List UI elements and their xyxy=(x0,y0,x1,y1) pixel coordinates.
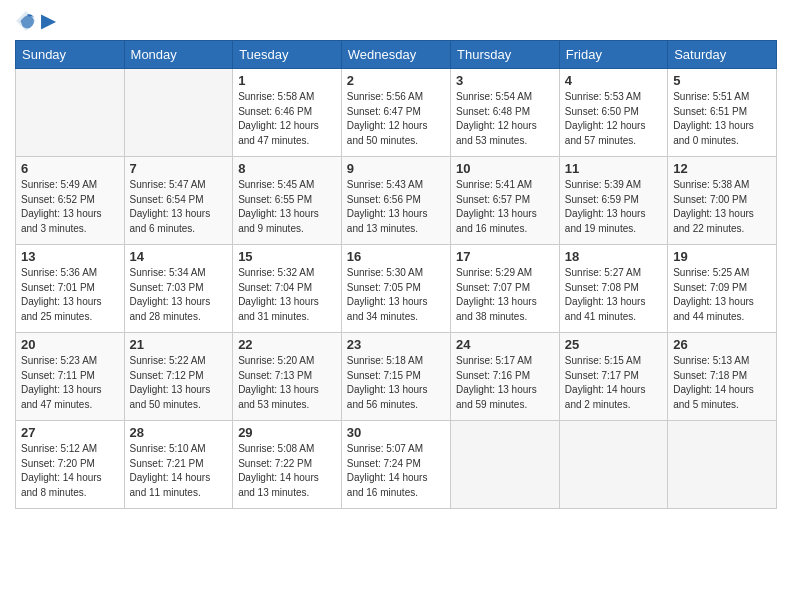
day-cell: 17Sunrise: 5:29 AM Sunset: 7:07 PM Dayli… xyxy=(451,245,560,333)
day-info: Sunrise: 5:13 AM Sunset: 7:18 PM Dayligh… xyxy=(673,354,771,412)
day-info: Sunrise: 5:49 AM Sunset: 6:52 PM Dayligh… xyxy=(21,178,119,236)
day-number: 21 xyxy=(130,337,228,352)
day-cell: 13Sunrise: 5:36 AM Sunset: 7:01 PM Dayli… xyxy=(16,245,125,333)
day-number: 29 xyxy=(238,425,336,440)
day-cell: 1Sunrise: 5:58 AM Sunset: 6:46 PM Daylig… xyxy=(233,69,342,157)
day-info: Sunrise: 5:30 AM Sunset: 7:05 PM Dayligh… xyxy=(347,266,445,324)
day-cell: 10Sunrise: 5:41 AM Sunset: 6:57 PM Dayli… xyxy=(451,157,560,245)
day-cell: 29Sunrise: 5:08 AM Sunset: 7:22 PM Dayli… xyxy=(233,421,342,509)
day-cell xyxy=(124,69,233,157)
day-number: 30 xyxy=(347,425,445,440)
weekday-header-wednesday: Wednesday xyxy=(341,41,450,69)
day-info: Sunrise: 5:45 AM Sunset: 6:55 PM Dayligh… xyxy=(238,178,336,236)
day-info: Sunrise: 5:20 AM Sunset: 7:13 PM Dayligh… xyxy=(238,354,336,412)
day-number: 20 xyxy=(21,337,119,352)
day-cell: 21Sunrise: 5:22 AM Sunset: 7:12 PM Dayli… xyxy=(124,333,233,421)
day-info: Sunrise: 5:41 AM Sunset: 6:57 PM Dayligh… xyxy=(456,178,554,236)
weekday-header-sunday: Sunday xyxy=(16,41,125,69)
day-cell: 22Sunrise: 5:20 AM Sunset: 7:13 PM Dayli… xyxy=(233,333,342,421)
day-cell: 2Sunrise: 5:56 AM Sunset: 6:47 PM Daylig… xyxy=(341,69,450,157)
day-number: 13 xyxy=(21,249,119,264)
weekday-header-row: SundayMondayTuesdayWednesdayThursdayFrid… xyxy=(16,41,777,69)
day-number: 19 xyxy=(673,249,771,264)
day-info: Sunrise: 5:58 AM Sunset: 6:46 PM Dayligh… xyxy=(238,90,336,148)
day-cell: 12Sunrise: 5:38 AM Sunset: 7:00 PM Dayli… xyxy=(668,157,777,245)
day-cell: 8Sunrise: 5:45 AM Sunset: 6:55 PM Daylig… xyxy=(233,157,342,245)
day-info: Sunrise: 5:15 AM Sunset: 7:17 PM Dayligh… xyxy=(565,354,662,412)
day-number: 11 xyxy=(565,161,662,176)
day-number: 2 xyxy=(347,73,445,88)
day-number: 3 xyxy=(456,73,554,88)
day-info: Sunrise: 5:39 AM Sunset: 6:59 PM Dayligh… xyxy=(565,178,662,236)
weekday-header-monday: Monday xyxy=(124,41,233,69)
day-cell: 24Sunrise: 5:17 AM Sunset: 7:16 PM Dayli… xyxy=(451,333,560,421)
day-number: 10 xyxy=(456,161,554,176)
day-cell: 28Sunrise: 5:10 AM Sunset: 7:21 PM Dayli… xyxy=(124,421,233,509)
day-number: 12 xyxy=(673,161,771,176)
day-info: Sunrise: 5:38 AM Sunset: 7:00 PM Dayligh… xyxy=(673,178,771,236)
day-cell xyxy=(559,421,667,509)
day-cell xyxy=(16,69,125,157)
day-info: Sunrise: 5:54 AM Sunset: 6:48 PM Dayligh… xyxy=(456,90,554,148)
day-info: Sunrise: 5:18 AM Sunset: 7:15 PM Dayligh… xyxy=(347,354,445,412)
week-row-2: 6Sunrise: 5:49 AM Sunset: 6:52 PM Daylig… xyxy=(16,157,777,245)
day-cell: 9Sunrise: 5:43 AM Sunset: 6:56 PM Daylig… xyxy=(341,157,450,245)
week-row-4: 20Sunrise: 5:23 AM Sunset: 7:11 PM Dayli… xyxy=(16,333,777,421)
day-cell: 15Sunrise: 5:32 AM Sunset: 7:04 PM Dayli… xyxy=(233,245,342,333)
day-info: Sunrise: 5:25 AM Sunset: 7:09 PM Dayligh… xyxy=(673,266,771,324)
weekday-header-friday: Friday xyxy=(559,41,667,69)
day-cell: 3Sunrise: 5:54 AM Sunset: 6:48 PM Daylig… xyxy=(451,69,560,157)
week-row-1: 1Sunrise: 5:58 AM Sunset: 6:46 PM Daylig… xyxy=(16,69,777,157)
day-info: Sunrise: 5:27 AM Sunset: 7:08 PM Dayligh… xyxy=(565,266,662,324)
day-info: Sunrise: 5:17 AM Sunset: 7:16 PM Dayligh… xyxy=(456,354,554,412)
day-info: Sunrise: 5:47 AM Sunset: 6:54 PM Dayligh… xyxy=(130,178,228,236)
day-info: Sunrise: 5:34 AM Sunset: 7:03 PM Dayligh… xyxy=(130,266,228,324)
day-cell: 27Sunrise: 5:12 AM Sunset: 7:20 PM Dayli… xyxy=(16,421,125,509)
day-number: 26 xyxy=(673,337,771,352)
page-header: ▶ xyxy=(15,10,777,32)
day-number: 5 xyxy=(673,73,771,88)
day-number: 18 xyxy=(565,249,662,264)
day-cell: 5Sunrise: 5:51 AM Sunset: 6:51 PM Daylig… xyxy=(668,69,777,157)
weekday-header-tuesday: Tuesday xyxy=(233,41,342,69)
day-number: 14 xyxy=(130,249,228,264)
day-number: 9 xyxy=(347,161,445,176)
logo: ▶ xyxy=(15,10,55,32)
day-info: Sunrise: 5:51 AM Sunset: 6:51 PM Dayligh… xyxy=(673,90,771,148)
day-info: Sunrise: 5:56 AM Sunset: 6:47 PM Dayligh… xyxy=(347,90,445,148)
logo-icon xyxy=(15,10,37,32)
day-number: 25 xyxy=(565,337,662,352)
day-cell: 30Sunrise: 5:07 AM Sunset: 7:24 PM Dayli… xyxy=(341,421,450,509)
day-number: 27 xyxy=(21,425,119,440)
day-number: 22 xyxy=(238,337,336,352)
day-cell: 19Sunrise: 5:25 AM Sunset: 7:09 PM Dayli… xyxy=(668,245,777,333)
weekday-header-thursday: Thursday xyxy=(451,41,560,69)
day-number: 15 xyxy=(238,249,336,264)
day-info: Sunrise: 5:07 AM Sunset: 7:24 PM Dayligh… xyxy=(347,442,445,500)
logo-text: ▶ xyxy=(41,12,55,30)
day-number: 6 xyxy=(21,161,119,176)
day-cell: 4Sunrise: 5:53 AM Sunset: 6:50 PM Daylig… xyxy=(559,69,667,157)
weekday-header-saturday: Saturday xyxy=(668,41,777,69)
day-number: 1 xyxy=(238,73,336,88)
day-info: Sunrise: 5:22 AM Sunset: 7:12 PM Dayligh… xyxy=(130,354,228,412)
day-number: 28 xyxy=(130,425,228,440)
calendar-table: SundayMondayTuesdayWednesdayThursdayFrid… xyxy=(15,40,777,509)
day-cell: 26Sunrise: 5:13 AM Sunset: 7:18 PM Dayli… xyxy=(668,333,777,421)
week-row-5: 27Sunrise: 5:12 AM Sunset: 7:20 PM Dayli… xyxy=(16,421,777,509)
day-info: Sunrise: 5:32 AM Sunset: 7:04 PM Dayligh… xyxy=(238,266,336,324)
day-cell: 11Sunrise: 5:39 AM Sunset: 6:59 PM Dayli… xyxy=(559,157,667,245)
day-info: Sunrise: 5:10 AM Sunset: 7:21 PM Dayligh… xyxy=(130,442,228,500)
day-info: Sunrise: 5:12 AM Sunset: 7:20 PM Dayligh… xyxy=(21,442,119,500)
day-cell: 6Sunrise: 5:49 AM Sunset: 6:52 PM Daylig… xyxy=(16,157,125,245)
day-cell: 25Sunrise: 5:15 AM Sunset: 7:17 PM Dayli… xyxy=(559,333,667,421)
day-cell xyxy=(451,421,560,509)
day-info: Sunrise: 5:53 AM Sunset: 6:50 PM Dayligh… xyxy=(565,90,662,148)
day-number: 8 xyxy=(238,161,336,176)
day-info: Sunrise: 5:43 AM Sunset: 6:56 PM Dayligh… xyxy=(347,178,445,236)
day-number: 23 xyxy=(347,337,445,352)
day-info: Sunrise: 5:29 AM Sunset: 7:07 PM Dayligh… xyxy=(456,266,554,324)
day-cell: 16Sunrise: 5:30 AM Sunset: 7:05 PM Dayli… xyxy=(341,245,450,333)
day-number: 4 xyxy=(565,73,662,88)
day-info: Sunrise: 5:23 AM Sunset: 7:11 PM Dayligh… xyxy=(21,354,119,412)
